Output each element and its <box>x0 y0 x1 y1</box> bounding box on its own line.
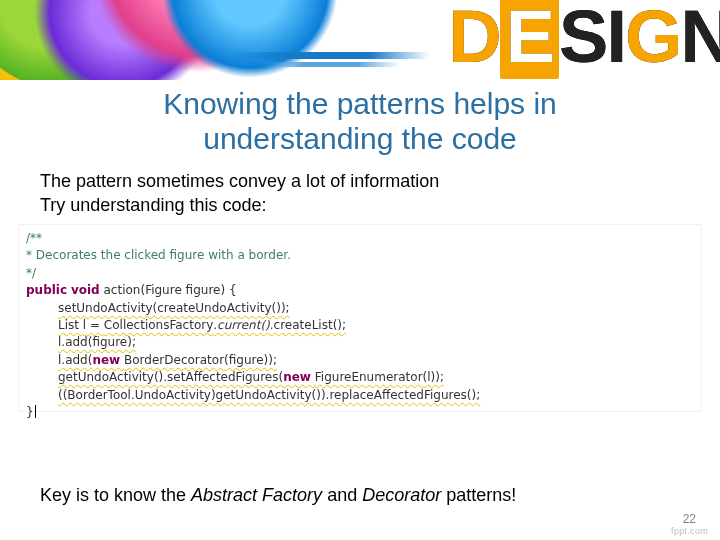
code-line-2: List l = CollectionsFactory.current().cr… <box>26 317 694 334</box>
body-text: The pattern sometimes convey a lot of in… <box>40 170 680 218</box>
slide: DESIGN Knowing the patterns helps in und… <box>0 0 720 540</box>
code-line-6: ((BorderTool.UndoActivity)getUndoActivit… <box>26 387 694 404</box>
banner-stripe-2 <box>260 62 400 67</box>
code-comment-2: * Decorates the clicked figure with a bo… <box>26 247 694 264</box>
pattern-abstract-factory: Abstract Factory <box>191 485 322 505</box>
body-line-1: The pattern sometimes convey a lot of in… <box>40 170 680 194</box>
code-signature: public void action(Figure figure) { <box>26 282 694 299</box>
title-line-1: Knowing the patterns helps in <box>0 86 720 121</box>
page-number: 22 <box>683 512 696 526</box>
code-line-3: l.add(figure); <box>26 334 694 351</box>
code-line-1: setUndoActivity(createUndoActivity()); <box>26 300 694 317</box>
slide-title: Knowing the patterns helps in understand… <box>0 86 720 157</box>
code-block: /** * Decorates the clicked figure with … <box>18 224 702 412</box>
code-comment-1: /** <box>26 230 694 247</box>
top-banner: DESIGN <box>0 0 720 80</box>
title-line-2: understanding the code <box>0 121 720 156</box>
code-comment-3: */ <box>26 265 694 282</box>
banner-stripe-1 <box>230 52 430 59</box>
code-line-5: getUndoActivity().setAffectedFigures(new… <box>26 369 694 386</box>
code-close-brace: } <box>26 404 694 421</box>
body-line-2: Try understanding this code: <box>40 194 680 218</box>
pattern-decorator: Decorator <box>362 485 441 505</box>
banner-word: DESIGN <box>448 0 720 79</box>
code-line-4: l.add(new BorderDecorator(figure)); <box>26 352 694 369</box>
watermark: fppt.com <box>671 526 708 536</box>
text-cursor <box>35 405 36 418</box>
key-takeaway: Key is to know the Abstract Factory and … <box>40 485 680 506</box>
